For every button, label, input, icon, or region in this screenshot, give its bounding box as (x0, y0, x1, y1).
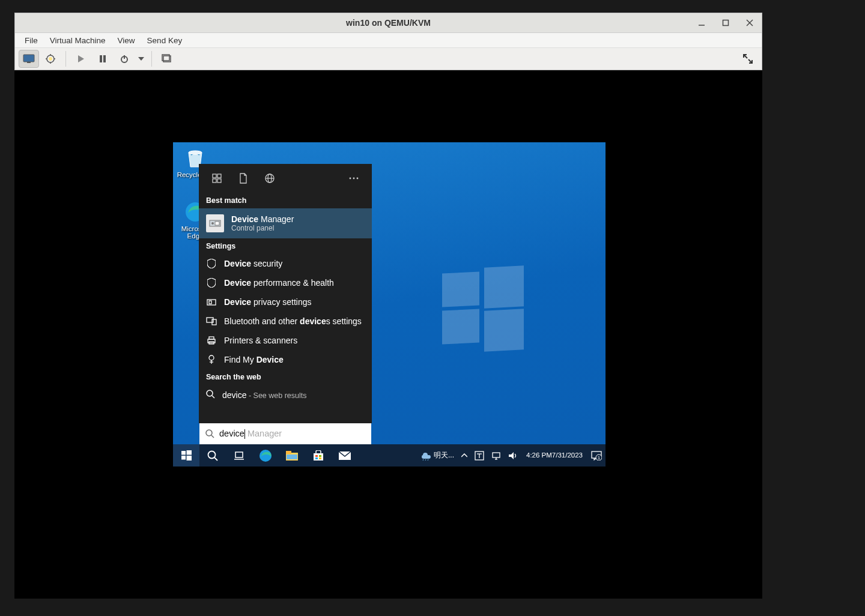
section-settings: Settings (199, 238, 372, 254)
svg-point-47 (207, 390, 213, 396)
viewer-window: win10 on QEMU/KVM File Virtual Machine V… (14, 13, 762, 70)
window-title: win10 on QEMU/KVM (346, 18, 431, 28)
svg-rect-25 (217, 174, 221, 178)
taskbar-file-explorer[interactable] (279, 444, 305, 467)
taskbar: 明天... 4:26 PM 7/31/2023 1 (173, 444, 606, 467)
svg-point-32 (353, 178, 355, 180)
titlebar: win10 on QEMU/KVM (15, 13, 762, 33)
location-icon (206, 354, 217, 365)
svg-point-31 (350, 178, 351, 180)
fullscreen-button[interactable] (738, 50, 758, 68)
best-match-subtitle: Control panel (231, 224, 294, 232)
menu-send-key[interactable]: Send Key (141, 34, 189, 47)
svg-point-55 (208, 451, 216, 458)
weather-widget[interactable]: 明天... (417, 444, 458, 467)
taskbar-edge[interactable] (252, 444, 279, 467)
tray-clock[interactable]: 4:26 PM 7/31/2023 (521, 444, 587, 467)
network-icon (491, 451, 501, 460)
svg-point-7 (49, 57, 52, 61)
chevron-up-icon (461, 453, 467, 457)
section-search-web: Search the web (199, 369, 372, 385)
svg-rect-61 (286, 451, 291, 454)
minimize-button[interactable] (690, 13, 714, 32)
svg-rect-27 (217, 179, 221, 183)
svg-line-69 (423, 459, 423, 460)
ime-icon (475, 451, 484, 460)
toolbar (15, 47, 762, 70)
notification-icon: 1 (591, 451, 602, 460)
edge-icon (259, 449, 272, 462)
pause-button[interactable] (93, 50, 113, 68)
scope-documents-icon[interactable] (230, 165, 256, 192)
tray-ime[interactable] (471, 444, 488, 467)
snapshot-button[interactable] (157, 50, 177, 68)
shield-icon (206, 277, 217, 288)
task-view-icon (234, 451, 244, 460)
scope-web-icon[interactable] (256, 165, 283, 192)
tray-network[interactable] (488, 444, 505, 467)
tray-volume[interactable] (505, 444, 521, 467)
tray-overflow[interactable] (458, 444, 471, 467)
taskbar-search-button[interactable] (199, 444, 226, 467)
scope-apps-icon[interactable] (204, 165, 230, 192)
svg-marker-17 (138, 57, 144, 61)
result-printers-scanners[interactable]: Printers & scanners (199, 331, 372, 350)
menu-view[interactable]: View (112, 34, 141, 47)
result-label: Find My Device (224, 355, 284, 364)
best-match-result[interactable]: Device Manager Control panel (199, 208, 372, 238)
devices-icon (206, 316, 217, 327)
svg-rect-51 (181, 451, 186, 455)
svg-point-22 (189, 151, 202, 154)
weather-icon (420, 451, 431, 460)
svg-line-50 (211, 435, 214, 438)
run-button[interactable] (71, 50, 91, 68)
svg-line-70 (425, 459, 426, 460)
svg-rect-4 (23, 55, 34, 62)
start-button[interactable] (173, 444, 199, 467)
web-result-label: device - See web results (222, 390, 307, 400)
svg-rect-65 (319, 455, 321, 457)
svg-rect-63 (314, 453, 323, 460)
details-button[interactable] (40, 50, 61, 68)
scope-more-icon[interactable] (341, 165, 367, 192)
result-device-privacy[interactable]: Device privacy settings (199, 292, 372, 312)
svg-rect-26 (213, 179, 216, 183)
maximize-button[interactable] (714, 13, 738, 32)
svg-rect-52 (186, 450, 192, 455)
result-label: Printers & scanners (224, 336, 297, 345)
volume-icon (508, 451, 518, 460)
svg-point-35 (211, 222, 214, 225)
search-input[interactable]: device Manager (199, 423, 371, 444)
svg-rect-64 (315, 455, 318, 457)
svg-rect-36 (215, 222, 219, 225)
svg-rect-1 (723, 20, 729, 26)
taskbar-mail[interactable] (332, 444, 358, 467)
task-view-button[interactable] (226, 444, 252, 467)
windows-desktop[interactable]: Recycle Bin Microsoft Edge Best match (173, 142, 606, 467)
svg-marker-78 (509, 452, 514, 459)
action-center[interactable]: 1 (587, 444, 606, 467)
best-match-title: Device Manager (231, 214, 294, 224)
windows-logo-wallpaper (442, 267, 524, 348)
svg-point-44 (209, 355, 214, 360)
power-dropdown[interactable] (136, 50, 147, 68)
svg-rect-42 (209, 337, 214, 339)
search-input-text: device Manager (219, 429, 282, 439)
taskbar-store[interactable] (305, 444, 332, 467)
web-result[interactable]: device - See web results (199, 385, 372, 405)
result-device-security[interactable]: Device security (199, 254, 372, 273)
power-button[interactable] (114, 50, 135, 68)
privacy-icon (206, 297, 217, 307)
result-bluetooth-devices[interactable]: Bluetooth and other devices settings (199, 312, 372, 331)
printer-icon (206, 335, 217, 346)
svg-rect-62 (287, 454, 297, 459)
close-button[interactable] (738, 13, 762, 32)
result-label: Device security (224, 259, 282, 268)
result-device-performance[interactable]: Device performance & health (199, 273, 372, 292)
system-tray: 明天... 4:26 PM 7/31/2023 1 (417, 444, 606, 467)
svg-rect-14 (103, 55, 106, 62)
menu-virtual-machine[interactable]: Virtual Machine (44, 34, 112, 47)
menu-file[interactable]: File (19, 34, 44, 47)
console-button[interactable] (19, 50, 39, 68)
result-find-my-device[interactable]: Find My Device (199, 350, 372, 369)
